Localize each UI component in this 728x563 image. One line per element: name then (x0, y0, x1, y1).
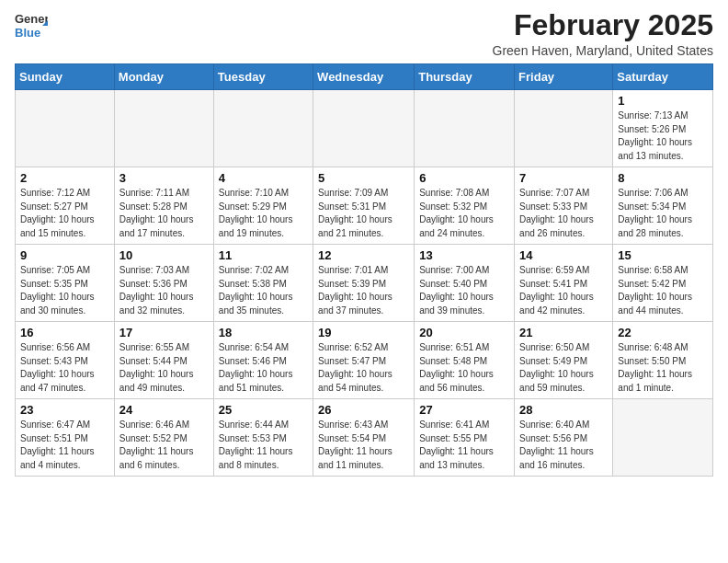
day-11: 11Sunrise: 7:02 AM Sunset: 5:38 PM Dayli… (213, 245, 313, 322)
header-wednesday: Wednesday (313, 64, 415, 90)
week-row-3: 9Sunrise: 7:05 AM Sunset: 5:35 PM Daylig… (16, 245, 713, 322)
day-number: 2 (20, 171, 109, 185)
header-tuesday: Tuesday (213, 64, 313, 90)
day-info: Sunrise: 6:50 AM Sunset: 5:49 PM Dayligh… (519, 341, 608, 395)
day-number: 5 (318, 171, 409, 185)
day-info: Sunrise: 7:05 AM Sunset: 5:35 PM Dayligh… (20, 264, 109, 317)
day-info: Sunrise: 6:47 AM Sunset: 5:51 PM Dayligh… (20, 419, 109, 472)
day-number: 4 (219, 171, 308, 185)
day-number: 19 (318, 326, 409, 339)
day-23: 23Sunrise: 6:47 AM Sunset: 5:51 PM Dayli… (16, 399, 115, 477)
header-monday: Monday (114, 64, 213, 90)
header-sunday: Sunday (16, 64, 115, 90)
empty-day (16, 90, 115, 167)
day-info: Sunrise: 7:00 AM Sunset: 5:40 PM Dayligh… (419, 264, 509, 317)
day-16: 16Sunrise: 6:56 AM Sunset: 5:43 PM Dayli… (16, 322, 115, 399)
day-info: Sunrise: 6:55 AM Sunset: 5:44 PM Dayligh… (119, 341, 209, 395)
empty-day (213, 90, 313, 167)
day-number: 22 (618, 326, 708, 339)
day-info: Sunrise: 6:46 AM Sunset: 5:52 PM Dayligh… (119, 419, 209, 472)
day-number: 15 (618, 248, 708, 262)
day-info: Sunrise: 6:52 AM Sunset: 5:47 PM Dayligh… (318, 341, 409, 395)
day-info: Sunrise: 6:40 AM Sunset: 5:56 PM Dayligh… (519, 419, 608, 472)
day-13: 13Sunrise: 7:00 AM Sunset: 5:40 PM Dayli… (415, 245, 515, 322)
day-number: 14 (519, 248, 608, 262)
day-info: Sunrise: 7:06 AM Sunset: 5:34 PM Dayligh… (618, 187, 708, 240)
svg-text:General: General (15, 12, 48, 26)
day-info: Sunrise: 6:44 AM Sunset: 5:53 PM Dayligh… (219, 419, 308, 472)
header-friday: Friday (515, 64, 613, 90)
day-number: 18 (219, 326, 308, 339)
header-saturday: Saturday (613, 64, 713, 90)
svg-text:Blue: Blue (15, 26, 40, 40)
day-7: 7Sunrise: 7:07 AM Sunset: 5:33 PM Daylig… (515, 167, 613, 245)
day-number: 6 (419, 171, 509, 185)
day-info: Sunrise: 7:10 AM Sunset: 5:29 PM Dayligh… (219, 187, 308, 240)
empty-day (114, 90, 213, 167)
day-number: 24 (119, 403, 209, 417)
day-info: Sunrise: 7:12 AM Sunset: 5:27 PM Dayligh… (20, 187, 109, 240)
empty-day (415, 90, 515, 167)
day-26: 26Sunrise: 6:43 AM Sunset: 5:54 PM Dayli… (313, 399, 415, 477)
day-22: 22Sunrise: 6:48 AM Sunset: 5:50 PM Dayli… (613, 322, 713, 399)
day-number: 7 (519, 171, 608, 185)
day-4: 4Sunrise: 7:10 AM Sunset: 5:29 PM Daylig… (213, 167, 313, 245)
day-1: 1Sunrise: 7:13 AM Sunset: 5:26 PM Daylig… (613, 90, 713, 167)
day-info: Sunrise: 6:54 AM Sunset: 5:46 PM Dayligh… (219, 341, 308, 395)
day-info: Sunrise: 7:08 AM Sunset: 5:32 PM Dayligh… (419, 187, 509, 240)
day-info: Sunrise: 6:56 AM Sunset: 5:43 PM Dayligh… (20, 341, 109, 395)
day-info: Sunrise: 7:13 AM Sunset: 5:26 PM Dayligh… (618, 109, 708, 163)
day-info: Sunrise: 6:43 AM Sunset: 5:54 PM Dayligh… (318, 419, 409, 472)
day-info: Sunrise: 6:41 AM Sunset: 5:55 PM Dayligh… (419, 419, 509, 472)
day-2: 2Sunrise: 7:12 AM Sunset: 5:27 PM Daylig… (16, 167, 115, 245)
week-row-4: 16Sunrise: 6:56 AM Sunset: 5:43 PM Dayli… (16, 322, 713, 399)
day-number: 25 (219, 403, 308, 417)
day-8: 8Sunrise: 7:06 AM Sunset: 5:34 PM Daylig… (613, 167, 713, 245)
day-info: Sunrise: 6:51 AM Sunset: 5:48 PM Dayligh… (419, 341, 509, 395)
day-number: 12 (318, 248, 409, 262)
day-number: 1 (618, 94, 708, 108)
day-12: 12Sunrise: 7:01 AM Sunset: 5:39 PM Dayli… (313, 245, 415, 322)
day-info: Sunrise: 7:07 AM Sunset: 5:33 PM Dayligh… (519, 187, 608, 240)
day-info: Sunrise: 7:09 AM Sunset: 5:31 PM Dayligh… (318, 187, 409, 240)
day-20: 20Sunrise: 6:51 AM Sunset: 5:48 PM Dayli… (415, 322, 515, 399)
empty-day (515, 90, 613, 167)
calendar-header-row: SundayMondayTuesdayWednesdayThursdayFrid… (16, 64, 713, 90)
day-number: 20 (419, 326, 509, 339)
location-label: Green Haven, Maryland, United States (493, 43, 713, 58)
day-18: 18Sunrise: 6:54 AM Sunset: 5:46 PM Dayli… (213, 322, 313, 399)
day-25: 25Sunrise: 6:44 AM Sunset: 5:53 PM Dayli… (213, 399, 313, 477)
day-info: Sunrise: 7:03 AM Sunset: 5:36 PM Dayligh… (119, 264, 209, 317)
week-row-1: 1Sunrise: 7:13 AM Sunset: 5:26 PM Daylig… (16, 90, 713, 167)
header: General Blue February 2025 Green Haven, … (15, 9, 713, 58)
month-year-title: February 2025 (493, 9, 713, 41)
day-28: 28Sunrise: 6:40 AM Sunset: 5:56 PM Dayli… (515, 399, 613, 477)
day-21: 21Sunrise: 6:50 AM Sunset: 5:49 PM Dayli… (515, 322, 613, 399)
day-info: Sunrise: 6:58 AM Sunset: 5:42 PM Dayligh… (618, 264, 708, 317)
day-number: 17 (119, 326, 209, 339)
day-number: 3 (119, 171, 209, 185)
empty-day (613, 399, 713, 477)
day-number: 28 (519, 403, 608, 417)
day-24: 24Sunrise: 6:46 AM Sunset: 5:52 PM Dayli… (114, 399, 213, 477)
day-info: Sunrise: 6:59 AM Sunset: 5:41 PM Dayligh… (519, 264, 608, 317)
week-row-5: 23Sunrise: 6:47 AM Sunset: 5:51 PM Dayli… (16, 399, 713, 477)
day-info: Sunrise: 6:48 AM Sunset: 5:50 PM Dayligh… (618, 341, 708, 395)
day-number: 10 (119, 248, 209, 262)
day-number: 23 (20, 403, 109, 417)
day-number: 27 (419, 403, 509, 417)
day-14: 14Sunrise: 6:59 AM Sunset: 5:41 PM Dayli… (515, 245, 613, 322)
day-number: 21 (519, 326, 608, 339)
day-number: 9 (20, 248, 109, 262)
day-info: Sunrise: 7:01 AM Sunset: 5:39 PM Dayligh… (318, 264, 409, 317)
day-10: 10Sunrise: 7:03 AM Sunset: 5:36 PM Dayli… (114, 245, 213, 322)
day-9: 9Sunrise: 7:05 AM Sunset: 5:35 PM Daylig… (16, 245, 115, 322)
calendar-table: SundayMondayTuesdayWednesdayThursdayFrid… (15, 63, 713, 477)
day-27: 27Sunrise: 6:41 AM Sunset: 5:55 PM Dayli… (415, 399, 515, 477)
day-info: Sunrise: 7:02 AM Sunset: 5:38 PM Dayligh… (219, 264, 308, 317)
day-6: 6Sunrise: 7:08 AM Sunset: 5:32 PM Daylig… (415, 167, 515, 245)
empty-day (313, 90, 415, 167)
day-19: 19Sunrise: 6:52 AM Sunset: 5:47 PM Dayli… (313, 322, 415, 399)
logo-svg: General Blue (15, 9, 48, 42)
day-number: 11 (219, 248, 308, 262)
